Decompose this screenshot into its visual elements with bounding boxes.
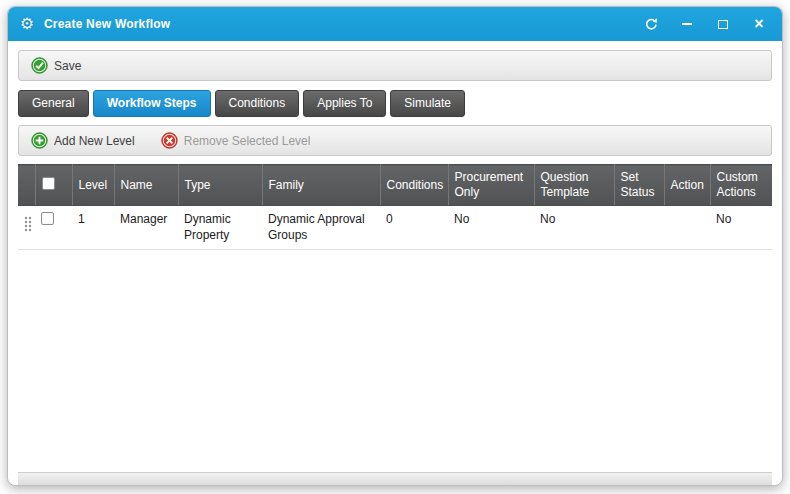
save-toolbar: Save xyxy=(18,50,772,81)
column-header-name: Name xyxy=(114,165,178,206)
tab-simulate[interactable]: Simulate xyxy=(390,90,465,117)
row-select-cell xyxy=(35,206,72,250)
column-header-question-template: Question Template xyxy=(534,165,614,206)
column-header-conditions: Conditions xyxy=(380,165,448,206)
select-all-column-header xyxy=(35,165,72,206)
refresh-icon xyxy=(644,17,659,32)
table-row: 1 Manager Dynamic Property Dynamic Appro… xyxy=(18,206,772,250)
create-workflow-window: ⚙ Create New Workflow × xyxy=(7,6,783,486)
drag-handle-icon[interactable] xyxy=(24,212,32,237)
window-body: Save General Workflow Steps Conditions A… xyxy=(8,41,782,485)
window-title: Create New Workflow xyxy=(44,17,170,31)
save-label: Save xyxy=(54,59,81,73)
column-header-procurement-only: Procurement Only xyxy=(448,165,534,206)
column-header-family: Family xyxy=(262,165,380,206)
add-plus-icon xyxy=(31,132,48,149)
titlebar[interactable]: ⚙ Create New Workflow × xyxy=(8,7,782,41)
cell-procurement-only: No xyxy=(448,206,534,250)
tab-conditions[interactable]: Conditions xyxy=(215,90,300,117)
app-gear-icon: ⚙ xyxy=(18,15,36,33)
select-all-checkbox[interactable] xyxy=(42,177,55,190)
tab-bar: General Workflow Steps Conditions Applie… xyxy=(18,90,772,117)
cell-action xyxy=(664,206,710,250)
level-toolbar: Add New Level Remove Selected Level xyxy=(18,125,772,156)
tab-workflow-steps[interactable]: Workflow Steps xyxy=(93,90,211,117)
save-button[interactable]: Save xyxy=(27,55,85,76)
add-new-level-button[interactable]: Add New Level xyxy=(27,130,139,151)
remove-x-icon xyxy=(161,132,178,149)
cell-type: Dynamic Property xyxy=(178,206,262,250)
maximize-button[interactable] xyxy=(710,13,736,35)
window-controls: × xyxy=(638,13,772,35)
minimize-icon xyxy=(682,23,692,25)
cell-question-template: No xyxy=(534,206,614,250)
tab-general[interactable]: General xyxy=(18,90,89,117)
window-footer xyxy=(18,472,772,485)
column-header-custom-actions: Custom Actions xyxy=(710,165,772,206)
remove-selected-level-label: Remove Selected Level xyxy=(184,134,311,148)
cell-custom-actions: No xyxy=(710,206,772,250)
workflow-steps-grid: Level Name Type Family Conditions Procur… xyxy=(18,164,772,250)
row-checkbox[interactable] xyxy=(41,212,54,225)
column-header-type: Type xyxy=(178,165,262,206)
cell-family: Dynamic Approval Groups xyxy=(262,206,380,250)
cell-conditions: 0 xyxy=(380,206,448,250)
save-check-icon xyxy=(31,57,48,74)
cell-level: 1 xyxy=(72,206,114,250)
refresh-button[interactable] xyxy=(638,13,664,35)
add-new-level-label: Add New Level xyxy=(54,134,135,148)
grid-header-row: Level Name Type Family Conditions Procur… xyxy=(18,165,772,206)
close-button[interactable]: × xyxy=(746,13,772,35)
cell-set-status xyxy=(614,206,664,250)
cell-name: Manager xyxy=(114,206,178,250)
column-header-action: Action xyxy=(664,165,710,206)
drag-column-header xyxy=(18,165,35,206)
remove-selected-level-button[interactable]: Remove Selected Level xyxy=(157,130,315,151)
minimize-button[interactable] xyxy=(674,13,700,35)
column-header-level: Level xyxy=(72,165,114,206)
close-icon: × xyxy=(754,16,763,32)
maximize-icon xyxy=(718,20,728,29)
row-drag-cell xyxy=(18,206,35,250)
tab-applies-to[interactable]: Applies To xyxy=(303,90,386,117)
column-header-set-status: Set Status xyxy=(614,165,664,206)
